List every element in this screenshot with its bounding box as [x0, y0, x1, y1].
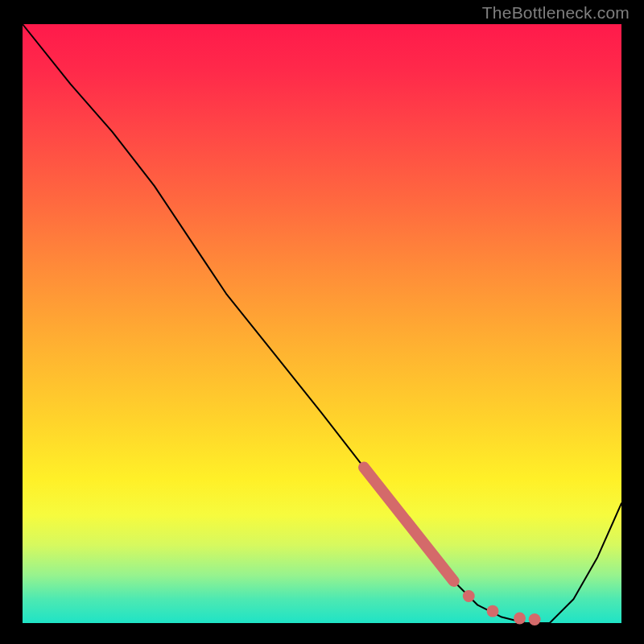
highlight-dot [514, 613, 526, 625]
highlight-dot [529, 613, 541, 625]
highlight-dot [487, 605, 499, 617]
plot-area [23, 24, 621, 623]
plot-svg [23, 24, 621, 623]
attribution-text: TheBottleneck.com [482, 3, 630, 23]
highlight-dots [463, 590, 541, 625]
highlight-segment [364, 468, 454, 581]
highlight-dot [463, 590, 475, 602]
chart-frame: TheBottleneck.com [0, 0, 644, 644]
curve-line [23, 24, 621, 623]
